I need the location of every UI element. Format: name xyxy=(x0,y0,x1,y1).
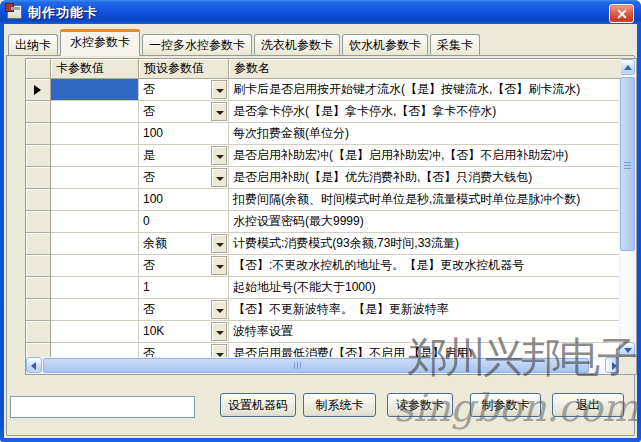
preset-value-cell[interactable]: 是 xyxy=(139,145,229,167)
row-header[interactable] xyxy=(26,123,51,145)
current-row-arrow-icon xyxy=(34,85,41,95)
close-button[interactable] xyxy=(609,4,634,23)
app-window: 制作功能卡 出纳卡水控参数卡一控多水控参数卡洗衣机参数卡饮水机参数卡采集卡 卡参… xyxy=(0,0,641,442)
make-system-card-button[interactable]: 制系统卡 xyxy=(303,393,376,417)
set-machine-code-button[interactable]: 设置机器码 xyxy=(220,393,296,417)
tab-washer-params[interactable]: 洗衣机参数卡 xyxy=(254,34,340,56)
row-header[interactable] xyxy=(26,233,51,255)
preset-value-cell[interactable]: 100 xyxy=(139,123,229,145)
card-value-cell[interactable] xyxy=(51,189,139,211)
preset-value-text: 100 xyxy=(143,126,163,140)
table-row: 否【否】:不更改水控机的地址号。【是】更改水控机器号 xyxy=(26,255,621,277)
preset-value-cell[interactable]: 1 xyxy=(139,277,229,299)
chevron-right-icon xyxy=(612,362,617,370)
preset-value-cell[interactable]: 否 xyxy=(139,255,229,277)
table-row: 100扣费间隔(余额、时间模式时单位是秒,流量模式时单位是脉冲个数) xyxy=(26,189,621,211)
dropdown-button[interactable] xyxy=(211,256,227,275)
param-name-cell[interactable]: 波特率设置 xyxy=(229,321,621,343)
tab-collector-card[interactable]: 采集卡 xyxy=(430,34,480,56)
chevron-down-icon xyxy=(216,309,224,313)
card-value-cell[interactable] xyxy=(51,299,139,321)
dropdown-button[interactable] xyxy=(211,322,227,341)
preset-value-cell[interactable]: 否 xyxy=(139,101,229,123)
scroll-down-button[interactable] xyxy=(619,342,635,358)
param-name-cell[interactable]: 是否拿卡停水(【是】拿卡停水,【否】拿卡不停水) xyxy=(229,101,621,123)
read-param-card-button[interactable]: 读参数卡 xyxy=(387,393,453,417)
param-name-cell[interactable]: 计费模式:消费模式(93余额,73时间,33流量) xyxy=(229,233,621,255)
dropdown-button[interactable] xyxy=(211,168,227,187)
row-header[interactable] xyxy=(26,145,51,167)
row-header[interactable] xyxy=(26,277,51,299)
dropdown-button[interactable] xyxy=(211,234,227,253)
chevron-up-icon xyxy=(624,65,632,70)
card-value-cell[interactable] xyxy=(51,123,139,145)
preset-value-cell[interactable]: 100 xyxy=(139,189,229,211)
card-value-cell[interactable] xyxy=(51,145,139,167)
card-value-cell[interactable] xyxy=(51,101,139,123)
column-header-preset-value[interactable]: 预设参数值 xyxy=(139,59,229,79)
row-header[interactable] xyxy=(26,101,51,123)
column-header-card-value[interactable]: 卡参数值 xyxy=(51,59,139,79)
row-header[interactable] xyxy=(26,167,51,189)
param-name-cell[interactable]: 【否】不更新波特率。【是】更新波特率 xyxy=(229,299,621,321)
row-header[interactable] xyxy=(26,299,51,321)
preset-value-cell[interactable]: 0 xyxy=(139,211,229,233)
dropdown-button[interactable] xyxy=(211,146,227,165)
preset-value-text: 否 xyxy=(143,170,155,184)
vertical-scrollbar[interactable] xyxy=(619,59,636,358)
vertical-scroll-thumb[interactable] xyxy=(620,77,635,251)
row-header[interactable] xyxy=(26,343,51,358)
row-header[interactable] xyxy=(26,321,51,343)
card-value-cell[interactable] xyxy=(51,255,139,277)
exit-button[interactable]: 退出 xyxy=(552,393,624,417)
preset-value-cell[interactable]: 否 xyxy=(139,343,229,358)
dropdown-button[interactable] xyxy=(211,344,227,358)
card-value-cell[interactable] xyxy=(51,79,139,101)
param-name-cell[interactable]: 每次扣费金额(单位分) xyxy=(229,123,621,145)
card-value-cell[interactable] xyxy=(51,277,139,299)
horizontal-scrollbar[interactable] xyxy=(26,357,621,374)
param-name-cell[interactable]: 刷卡后是否启用按开始键才流水(【是】按键流水,【否】刷卡流水) xyxy=(229,79,621,101)
horizontal-scroll-thumb[interactable] xyxy=(43,358,589,373)
card-value-cell[interactable] xyxy=(51,211,139,233)
row-header[interactable] xyxy=(26,79,51,101)
window-title: 制作功能卡 xyxy=(28,4,98,22)
table-row: 余额计费模式:消费模式(93余额,73时间,33流量) xyxy=(26,233,621,255)
param-name-cell[interactable]: 水控设置密码(最大9999) xyxy=(229,211,621,233)
card-value-cell[interactable] xyxy=(51,343,139,358)
param-name-cell[interactable]: 是否启用最低消费(【否】不启用 【是】启用) xyxy=(229,343,621,358)
scroll-up-button[interactable] xyxy=(619,59,635,75)
preset-value-cell[interactable]: 否 xyxy=(139,299,229,321)
row-header[interactable] xyxy=(26,189,51,211)
param-name-cell[interactable]: 【否】:不更改水控机的地址号。【是】更改水控机器号 xyxy=(229,255,621,277)
param-name-cell[interactable]: 起始地址号(不能大于1000) xyxy=(229,277,621,299)
row-header[interactable] xyxy=(26,255,51,277)
dropdown-button[interactable] xyxy=(211,102,227,121)
preset-value-text: 0 xyxy=(143,214,150,228)
dropdown-button[interactable] xyxy=(211,300,227,319)
chevron-down-icon xyxy=(216,111,224,115)
tab-multi-water-control-params[interactable]: 一控多水控参数卡 xyxy=(142,34,252,56)
table-row: 否是否拿卡停水(【是】拿卡停水,【否】拿卡不停水) xyxy=(26,101,621,123)
card-value-cell[interactable] xyxy=(51,167,139,189)
param-name-cell[interactable]: 是否启用补助宏冲(【是】启用补助宏冲,【否】不启用补助宏冲) xyxy=(229,145,621,167)
row-header[interactable] xyxy=(26,211,51,233)
row-header-corner[interactable] xyxy=(26,59,51,79)
tab-drinking-machine-params[interactable]: 饮水机参数卡 xyxy=(342,34,428,56)
card-value-cell[interactable] xyxy=(51,233,139,255)
make-param-card-button[interactable]: 制参数卡 xyxy=(470,393,541,417)
preset-value-cell[interactable]: 否 xyxy=(139,167,229,189)
titlebar[interactable]: 制作功能卡 xyxy=(0,0,641,24)
column-header-param-name[interactable]: 参数名 xyxy=(229,59,621,79)
param-name-cell[interactable]: 是否启用补助(【是】优先消费补助,【否】只消费大钱包) xyxy=(229,167,621,189)
dropdown-button[interactable] xyxy=(211,80,227,99)
tab-water-control-params[interactable]: 水控参数卡 xyxy=(60,29,140,56)
preset-value-cell[interactable]: 否 xyxy=(139,79,229,101)
param-name-cell[interactable]: 扣费间隔(余额、时间模式时单位是秒,流量模式时单位是脉冲个数) xyxy=(229,189,621,211)
scroll-left-button[interactable] xyxy=(26,357,42,373)
tab-cashier-card[interactable]: 出纳卡 xyxy=(8,34,58,56)
preset-value-cell[interactable]: 余额 xyxy=(139,233,229,255)
chevron-left-icon xyxy=(31,362,36,370)
card-value-cell[interactable] xyxy=(51,321,139,343)
preset-value-cell[interactable]: 10K xyxy=(139,321,229,343)
